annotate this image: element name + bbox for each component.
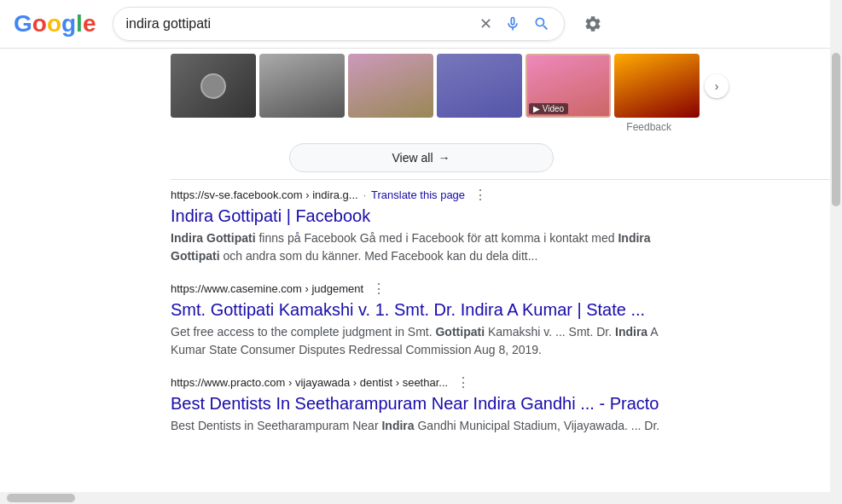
scroll-thumb-v[interactable] — [832, 53, 840, 206]
view-all-label: View all — [392, 151, 433, 165]
search-bar[interactable]: ✕ — [113, 7, 565, 41]
horizontal-scrollbar[interactable] — [0, 492, 830, 504]
image-strip: ▶ Video › — [0, 49, 842, 121]
result-title-2: Best Dentists In Seetharampuram Near Ind… — [171, 392, 682, 414]
feedback-label: Feedback — [626, 121, 671, 133]
result-more-button-2[interactable]: ⋮ — [453, 374, 473, 391]
header: Google ✕ — [0, 0, 842, 49]
result-snippet-0: Indira Gottipati finns på Facebook Gå me… — [171, 229, 682, 265]
image-result-1[interactable] — [171, 54, 256, 118]
view-all-row: View all → — [0, 138, 842, 179]
voice-search-button[interactable] — [502, 14, 523, 34]
video-label: ▶ Video — [533, 104, 564, 113]
settings-button[interactable] — [578, 9, 607, 38]
view-all-button[interactable]: View all → — [289, 143, 554, 172]
result-url-0: https://sv-se.facebook.com › indira.g... — [171, 188, 358, 201]
image-result-4[interactable] — [437, 54, 522, 118]
translate-link-0[interactable]: Translate this page — [371, 188, 465, 201]
image-strip-next-arrow[interactable]: › — [705, 74, 729, 98]
result-title-link-0[interactable]: Indira Gottipati | Facebook — [171, 206, 370, 225]
search-button[interactable] — [531, 14, 552, 34]
image-result-3[interactable] — [348, 54, 433, 118]
view-all-arrow: → — [438, 151, 450, 165]
result-title-1: Smt. Gottipati Kamakshi v. 1. Smt. Dr. I… — [171, 298, 682, 321]
result-meta-0: https://sv-se.facebook.com › indira.g...… — [171, 187, 682, 203]
result-title-0: Indira Gottipati | Facebook — [171, 205, 682, 227]
result-snippet-1: Get free access to the complete judgment… — [171, 323, 682, 359]
result-url-2: https://www.practo.com › vijayawada › de… — [171, 376, 448, 389]
result-more-button-1[interactable]: ⋮ — [369, 281, 389, 297]
feedback-row: Feedback — [0, 121, 842, 138]
result-meta-1: https://www.casemine.com › judgement ⋮ — [171, 281, 682, 297]
result-meta-2: https://www.practo.com › vijayawada › de… — [171, 374, 682, 391]
image-result-2[interactable] — [259, 54, 345, 118]
result-title-link-1[interactable]: Smt. Gottipati Kamakshi v. 1. Smt. Dr. I… — [171, 300, 645, 319]
result-item-2: https://www.practo.com › vijayawada › de… — [171, 374, 682, 435]
image-result-6[interactable] — [614, 54, 700, 118]
image-result-5[interactable]: ▶ Video — [526, 54, 611, 118]
vertical-scrollbar[interactable] — [830, 0, 842, 504]
clear-button[interactable]: ✕ — [478, 13, 494, 35]
result-item-1: https://www.casemine.com › judgement ⋮ S… — [171, 281, 682, 359]
results-area: https://sv-se.facebook.com › indira.g...… — [0, 180, 842, 450]
google-logo: Google — [14, 10, 96, 38]
result-snippet-2: Best Dentists in Seetharampuram Near Ind… — [171, 417, 682, 435]
result-more-button-0[interactable]: ⋮ — [470, 187, 491, 203]
scroll-thumb-h[interactable] — [7, 494, 75, 502]
result-item-0: https://sv-se.facebook.com › indira.g...… — [171, 187, 682, 265]
meta-separator-0: · — [363, 189, 366, 201]
result-title-link-2[interactable]: Best Dentists In Seetharampuram Near Ind… — [171, 394, 659, 413]
result-url-1: https://www.casemine.com › judgement — [171, 282, 363, 295]
search-input[interactable] — [125, 16, 478, 32]
